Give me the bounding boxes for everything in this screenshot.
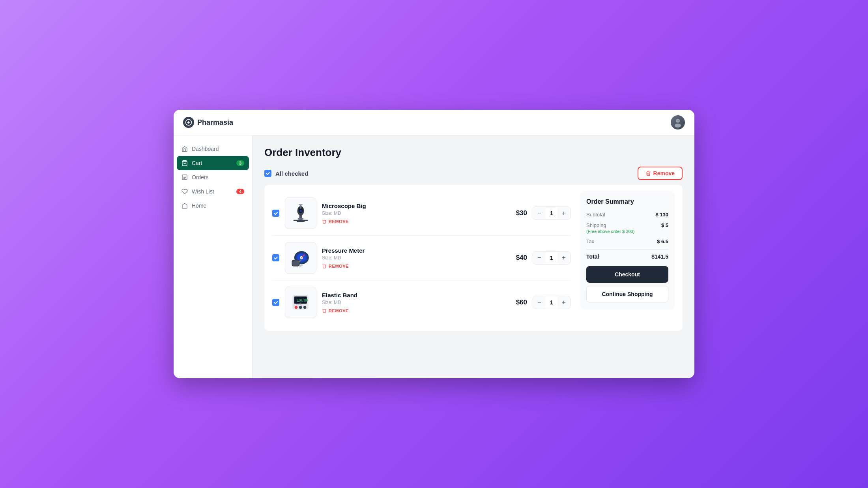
item-remove-label-0: REMOVE — [329, 219, 349, 224]
total-value: $141.5 — [651, 253, 668, 260]
qty-decrease-0[interactable]: − — [533, 207, 546, 220]
subtotal-label: Subtotal — [586, 212, 605, 218]
wishlist-label: Wish List — [192, 188, 214, 195]
user-avatar[interactable] — [671, 115, 685, 130]
shipping-note: (Free above order $ 300) — [586, 229, 634, 234]
item-image-microscope — [285, 197, 316, 229]
svg-point-2 — [675, 124, 681, 128]
all-checked-label: All checked — [275, 170, 308, 177]
sidebar-item-orders[interactable]: Orders — [174, 170, 252, 184]
qty-increase-2[interactable]: + — [557, 296, 570, 309]
qty-control-0: − 1 + — [533, 206, 571, 220]
table-row: Microscope Big Size: MD REMOVE $30 — [272, 191, 571, 236]
sidebar: Dashboard Cart 3 Orders — [174, 135, 253, 378]
qty-value-2: 1 — [546, 299, 557, 306]
subtotal-value: $ 130 — [655, 212, 668, 218]
item-image-elastic: 120/80 mmHg — [285, 287, 316, 318]
item-remove-button-1[interactable]: REMOVE — [322, 264, 349, 268]
cart-label: Cart — [192, 160, 202, 166]
items-list: Microscope Big Size: MD REMOVE $30 — [272, 191, 571, 325]
sidebar-item-dashboard[interactable]: Dashboard — [174, 142, 252, 156]
qty-value-1: 1 — [546, 255, 557, 261]
svg-point-30 — [295, 306, 297, 309]
svg-rect-9 — [298, 218, 303, 220]
orders-label: Orders — [192, 174, 209, 180]
check-icon — [266, 171, 270, 176]
item-remove-button-2[interactable]: REMOVE — [322, 308, 349, 313]
svg-point-15 — [299, 210, 301, 212]
item-details-0: Microscope Big Size: MD REMOVE — [322, 203, 502, 224]
check-icon — [273, 300, 278, 305]
item-checkbox-0[interactable] — [272, 210, 279, 217]
elastic-band-svg: 120/80 mmHg — [289, 291, 312, 314]
svg-text:BP: BP — [299, 264, 303, 267]
home2-icon — [181, 203, 188, 209]
svg-text:120/80: 120/80 — [296, 298, 308, 302]
svg-point-31 — [299, 306, 302, 309]
item-details-2: Elastic Band Size: MD REMOVE — [322, 292, 502, 313]
logo-icon — [183, 117, 194, 128]
page-title: Order Inventory — [264, 146, 683, 159]
summary-shipping-row: Shipping (Free above order $ 300) $ 5 — [586, 222, 668, 234]
sidebar-item-home[interactable]: Home — [174, 199, 252, 213]
qty-decrease-1[interactable]: − — [533, 252, 546, 264]
qty-control-1: − 1 + — [533, 251, 571, 265]
item-remove-button-0[interactable]: REMOVE — [322, 219, 349, 224]
item-price-0: $30 — [507, 209, 527, 217]
main-layout: Dashboard Cart 3 Orders — [174, 135, 694, 378]
check-icon — [273, 211, 278, 216]
item-name-1: Pressure Meter — [322, 247, 502, 254]
home-icon — [181, 146, 188, 152]
shipping-value: $ 5 — [661, 222, 668, 228]
trash-icon — [645, 171, 651, 176]
cart-area: Microscope Big Size: MD REMOVE $30 — [264, 185, 683, 331]
wishlist-badge: 4 — [236, 189, 244, 194]
order-summary: Order Summary Subtotal $ 130 Shipping (F… — [580, 191, 675, 310]
svg-rect-23 — [292, 261, 299, 266]
item-remove-label-2: REMOVE — [329, 308, 349, 313]
tax-value: $ 6.5 — [657, 238, 668, 244]
svg-point-32 — [303, 306, 306, 309]
content-area: Order Inventory All checked — [253, 135, 694, 378]
cart-icon — [181, 160, 188, 166]
svg-rect-13 — [299, 204, 303, 205]
qty-decrease-2[interactable]: − — [533, 296, 546, 309]
bulk-remove-button[interactable]: Remove — [638, 167, 683, 180]
checkout-button[interactable]: Checkout — [586, 266, 668, 283]
total-label: Total — [586, 253, 599, 260]
item-image-pressure: BP — [285, 242, 316, 274]
svg-point-3 — [677, 120, 677, 121]
continue-label: Continue Shopping — [602, 291, 653, 297]
trash-small-icon — [322, 264, 327, 268]
pressure-meter-svg: BP — [289, 246, 312, 270]
qty-increase-1[interactable]: + — [557, 252, 570, 264]
header: Pharmasia — [174, 110, 694, 135]
continue-shopping-button[interactable]: Continue Shopping — [586, 286, 668, 302]
heart-icon — [181, 188, 188, 195]
item-checkbox-1[interactable] — [272, 254, 279, 261]
select-all-checkbox[interactable] — [264, 170, 271, 177]
app-name: Pharmasia — [197, 118, 233, 127]
app-window: Pharmasia Dashboard — [174, 110, 694, 378]
check-icon — [273, 255, 278, 260]
item-size-2: Size: MD — [322, 300, 502, 305]
sidebar-item-cart[interactable]: Cart 3 — [177, 156, 249, 170]
item-price-2: $60 — [507, 298, 527, 306]
shipping-label: Shipping — [586, 222, 634, 228]
remove-button-label: Remove — [653, 170, 675, 176]
cart-badge: 3 — [236, 160, 244, 166]
item-remove-label-1: REMOVE — [329, 264, 349, 268]
sidebar-item-wishlist[interactable]: Wish List 4 — [174, 184, 252, 199]
qty-increase-0[interactable]: + — [557, 207, 570, 220]
checkout-label: Checkout — [615, 271, 640, 278]
item-details-1: Pressure Meter Size: MD REMOVE — [322, 247, 502, 268]
select-bar: All checked Remove — [264, 167, 683, 180]
trash-small-icon — [322, 308, 327, 313]
home-label: Home — [192, 203, 206, 209]
qty-control-2: − 1 + — [533, 296, 571, 309]
dashboard-label: Dashboard — [192, 146, 219, 152]
item-checkbox-2[interactable] — [272, 299, 279, 306]
item-name-2: Elastic Band — [322, 292, 502, 298]
summary-tax-row: Tax $ 6.5 — [586, 238, 668, 244]
item-size-1: Size: MD — [322, 255, 502, 261]
